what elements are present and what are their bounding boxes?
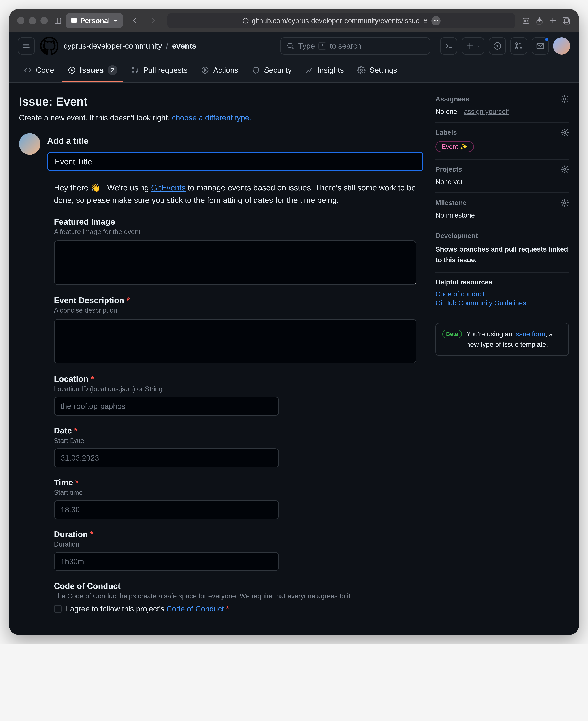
svg-point-26 — [564, 131, 566, 133]
svg-point-2 — [243, 18, 248, 23]
notification-indicator-icon — [544, 37, 549, 42]
search-input[interactable]: Type / to search — [280, 37, 430, 55]
beta-badge: Beta — [442, 330, 462, 338]
featured-image-textarea[interactable] — [54, 241, 417, 285]
issue-title-input[interactable] — [47, 152, 423, 171]
maximize-window-icon[interactable] — [40, 17, 48, 24]
code-of-conduct-link[interactable]: Code of conduct — [436, 290, 569, 298]
beta-callout: Beta You're using an issue form, a new t… — [436, 323, 569, 356]
browser-profile-button[interactable]: Personal — [65, 13, 123, 28]
issue-form-link[interactable]: issue form — [514, 330, 545, 338]
location-desc: Location ID (locations.json) or String — [54, 385, 417, 393]
assign-yourself-link[interactable]: assign yourself — [464, 108, 509, 115]
milestone-title: Milestone — [436, 199, 466, 207]
svg-point-25 — [564, 98, 566, 100]
svg-point-14 — [497, 45, 498, 47]
event-label-pill[interactable]: Event ✨ — [436, 141, 474, 152]
time-desc: Start time — [54, 489, 417, 496]
github-logo-icon[interactable] — [40, 37, 58, 55]
projects-value: None yet — [436, 178, 569, 186]
create-new-button[interactable] — [462, 37, 484, 55]
address-bar[interactable]: github.com/cyprus-developer-community/ev… — [167, 13, 516, 28]
issues-count-badge: 2 — [108, 65, 118, 75]
duration-input[interactable] — [54, 552, 279, 571]
sidebar-toggle-icon[interactable] — [54, 17, 62, 25]
new-tab-icon[interactable] — [548, 16, 558, 25]
browser-toolbar-left: Personal — [54, 13, 161, 28]
gear-icon[interactable] — [561, 165, 569, 174]
tab-security[interactable]: Security — [246, 61, 297, 82]
community-guidelines-link[interactable]: GitHub Community Guidelines — [436, 299, 569, 307]
browser-toolbar-right: iD — [522, 16, 571, 25]
user-avatar[interactable] — [553, 37, 570, 55]
event-description-desc: A concise description — [54, 307, 417, 314]
browser-window: Personal github.com/cyprus-developer-com… — [9, 9, 579, 635]
issues-button[interactable] — [489, 37, 506, 55]
choose-type-link[interactable]: choose a different type. — [172, 114, 251, 122]
breadcrumb-org[interactable]: cyprus-developer-community — [64, 42, 162, 50]
notifications-button[interactable] — [532, 37, 549, 55]
main-content: Issue: Event Create a new event. If this… — [19, 95, 423, 613]
date-input[interactable] — [54, 449, 279, 468]
milestone-value: No milestone — [436, 211, 569, 219]
browser-titlebar: Personal github.com/cyprus-developer-com… — [9, 9, 579, 32]
extensions-icon[interactable]: iD — [522, 16, 530, 25]
featured-image-desc: A feature image for the event — [54, 228, 417, 235]
time-input[interactable] — [54, 500, 279, 519]
tab-settings[interactable]: Settings — [352, 61, 403, 82]
svg-point-24 — [360, 69, 362, 71]
command-palette-button[interactable] — [440, 37, 457, 55]
tab-issues[interactable]: Issues2 — [62, 60, 123, 82]
svg-rect-0 — [55, 18, 61, 23]
tab-insights[interactable]: Insights — [299, 61, 350, 82]
minimize-window-icon[interactable] — [29, 17, 36, 24]
featured-image-label: Featured Image — [54, 217, 417, 226]
svg-point-23 — [202, 67, 208, 74]
gear-icon[interactable] — [561, 199, 569, 207]
forward-button — [146, 13, 161, 28]
share-icon[interactable] — [535, 16, 544, 25]
title-label: Add a title — [47, 136, 423, 146]
svg-rect-3 — [424, 20, 427, 23]
template-intro: Hey there 👋 . We're using GitEvents to m… — [54, 182, 417, 206]
github-header: cyprus-developer-community / events Type… — [9, 32, 579, 83]
close-window-icon[interactable] — [17, 17, 24, 24]
development-text: Shows branches and pull requests linked … — [436, 244, 569, 265]
location-label: Location — [54, 374, 88, 384]
search-icon — [286, 42, 295, 50]
gear-icon[interactable] — [561, 128, 569, 137]
assignees-title: Assignees — [436, 95, 469, 103]
coc-checkbox[interactable] — [54, 605, 62, 613]
gitevents-link[interactable]: GitEvents — [151, 183, 186, 192]
pull-requests-button[interactable] — [510, 37, 527, 55]
development-title: Development — [436, 232, 478, 240]
svg-rect-1 — [71, 19, 77, 22]
browser-profile-label: Personal — [80, 17, 110, 25]
coc-link[interactable]: Code of Conduct — [166, 604, 224, 613]
svg-point-19 — [71, 69, 72, 71]
event-description-label: Event Description — [54, 296, 124, 305]
hamburger-button[interactable] — [18, 37, 35, 55]
svg-point-28 — [564, 202, 566, 204]
date-label: Date — [54, 426, 72, 435]
breadcrumb-repo[interactable]: events — [172, 42, 196, 50]
gear-icon[interactable] — [561, 95, 569, 103]
coc-checkbox-row: I agree to follow this project's Code of… — [54, 604, 417, 613]
event-description-textarea[interactable] — [54, 319, 417, 364]
tab-overview-icon[interactable] — [562, 16, 571, 25]
resources-title: Helpful resources — [436, 278, 492, 286]
search-shortcut: / — [318, 42, 326, 50]
back-button[interactable] — [127, 13, 142, 28]
svg-point-5 — [436, 21, 436, 21]
svg-point-27 — [564, 168, 566, 170]
tab-actions[interactable]: Actions — [195, 61, 244, 82]
repo-nav: Code Issues2 Pull requests Actions Secur… — [9, 60, 579, 82]
tab-pull-requests[interactable]: Pull requests — [125, 61, 193, 82]
sidebar: Assignees No one—assign yourself Labels … — [436, 95, 569, 613]
location-input[interactable] — [54, 397, 279, 416]
tab-code[interactable]: Code — [18, 61, 60, 82]
svg-text:iD: iD — [524, 19, 528, 23]
svg-point-4 — [434, 21, 435, 21]
reader-icon[interactable] — [432, 16, 441, 25]
svg-rect-11 — [565, 19, 570, 24]
